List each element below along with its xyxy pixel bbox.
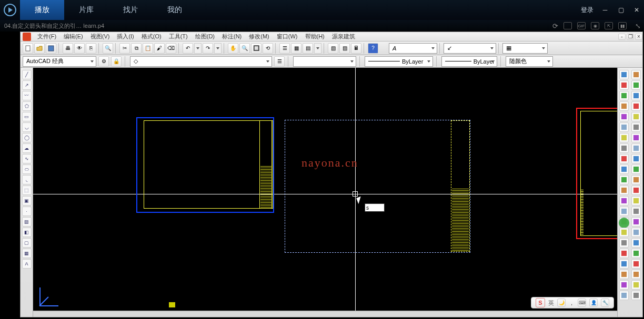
rtool-b6[interactable] (631, 122, 641, 132)
ime-lang-label[interactable]: 英 (548, 299, 554, 307)
ime-moon-icon[interactable]: 🌙 (557, 299, 566, 307)
layer-manager-button[interactable]: ☰ (274, 56, 285, 67)
print-button[interactable]: 🖶 (63, 43, 73, 54)
line-tool[interactable]: ╱ (22, 70, 32, 79)
insert-block-tool[interactable]: ⬚ (22, 186, 32, 195)
record-icon[interactable]: ◉ (591, 22, 599, 29)
tab-mine[interactable]: 我的 (153, 0, 197, 20)
open-button[interactable] (34, 43, 45, 54)
rtool-5[interactable] (619, 112, 629, 121)
menu-file[interactable]: 文件(F) (34, 33, 59, 40)
zoom-previous-button[interactable]: ⟲ (263, 43, 273, 54)
ime-logo-icon[interactable]: S (536, 298, 545, 307)
cut-button[interactable]: ✂ (119, 43, 130, 54)
textstyle-combo[interactable]: A (389, 43, 437, 54)
ime-settings-icon[interactable]: 🔧 (601, 299, 609, 307)
sheet-set-button[interactable]: ▧ (328, 43, 338, 54)
revcloud-tool[interactable]: ☁ (22, 143, 32, 153)
rtool-9[interactable] (619, 154, 629, 163)
rtool-b21[interactable] (631, 280, 641, 290)
menu-window[interactable]: 窗口(W) (274, 33, 301, 40)
collapse-icon[interactable]: ⤡ (635, 22, 641, 30)
rtool-b2[interactable] (631, 80, 641, 90)
spline-tool[interactable]: ∿ (22, 154, 32, 163)
print-preview-button[interactable]: 👁 (74, 43, 85, 54)
help-button[interactable]: ? (368, 43, 378, 54)
rtool-16[interactable] (619, 228, 629, 237)
undo-dropdown[interactable] (194, 43, 202, 54)
tablestyle-combo[interactable]: ▦ (502, 43, 548, 54)
palette-dropdown[interactable] (314, 43, 321, 54)
ellipse-tool[interactable]: ⬭ (22, 164, 32, 174)
rtool-b12[interactable] (631, 186, 641, 195)
rtool-b17[interactable] (631, 238, 641, 248)
calculator-button[interactable]: 🖩 (351, 43, 361, 54)
maximize-button[interactable]: ▢ (617, 6, 625, 14)
close-button[interactable]: ✕ (632, 6, 641, 14)
make-block-tool[interactable]: ▣ (22, 196, 32, 205)
rtool-20[interactable] (619, 270, 629, 279)
rtool-7[interactable] (619, 133, 629, 142)
rtool-3[interactable] (619, 91, 629, 100)
dimstyle-combo[interactable]: ↙ (444, 43, 496, 54)
layer-combo[interactable]: ◇ (130, 56, 272, 67)
rtool-b13[interactable] (631, 196, 641, 205)
polygon-tool[interactable]: ⬠ (22, 101, 32, 111)
zoom-realtime-button[interactable]: 🔍 (239, 43, 250, 54)
rectangle-tool[interactable]: ▭ (22, 112, 32, 121)
rtool-b15[interactable] (631, 217, 641, 227)
text-tool[interactable]: A (22, 259, 32, 269)
rtool-b14[interactable] (631, 207, 641, 216)
menu-format[interactable]: 格式(O) (138, 33, 165, 40)
circle-tool[interactable]: ◯ (22, 133, 32, 142)
rtool-b11[interactable] (631, 175, 641, 184)
rtool-10[interactable] (619, 164, 629, 174)
table-tool[interactable]: ▦ (22, 249, 32, 258)
rtool-14[interactable] (619, 207, 629, 216)
panel-icon[interactable]: ▮▮ (618, 22, 627, 29)
xline-tool[interactable]: ↗ (22, 80, 32, 90)
publish-button[interactable]: ⎘ (86, 43, 96, 54)
capture-icon[interactable] (564, 22, 572, 29)
ime-keyboard-icon[interactable]: ⌨ (578, 299, 586, 307)
rtool-b19[interactable] (631, 259, 641, 269)
region-tool[interactable]: ▢ (22, 238, 32, 248)
inner-restore-button[interactable]: ❐ (627, 34, 634, 40)
rtool-21[interactable] (619, 280, 629, 290)
rtool-8[interactable] (619, 143, 629, 153)
menu-modify[interactable]: 修改(M) (246, 33, 273, 40)
popout-icon[interactable]: ⇱ (605, 22, 613, 29)
rtool-13[interactable] (619, 196, 629, 205)
redo-button[interactable]: ↷ (203, 43, 213, 54)
model-tabs-strip[interactable] (33, 311, 617, 317)
rtool-b1[interactable] (631, 70, 641, 79)
tool-palette-button[interactable]: ▤ (303, 43, 313, 54)
markup-button[interactable]: ▨ (339, 43, 350, 54)
properties-button[interactable]: ☰ (279, 43, 290, 54)
rtool-18[interactable] (619, 249, 629, 258)
minimize-button[interactable]: ─ (601, 6, 609, 14)
gradient-tool[interactable]: ◧ (22, 228, 32, 237)
rtool-b8[interactable] (631, 143, 641, 153)
workspace-lock-button[interactable]: 🔒 (111, 56, 122, 67)
rtool-b22[interactable] (631, 291, 641, 300)
menu-tools[interactable]: 工具(T) (166, 33, 191, 40)
find-button[interactable]: 🔍 (103, 43, 113, 54)
point-tool[interactable]: · (22, 207, 32, 216)
login-link[interactable]: 登录 (581, 6, 593, 15)
plotstyle-combo[interactable]: 随颜色 (506, 56, 553, 67)
rtool-b20[interactable] (631, 270, 641, 279)
menu-view[interactable]: 视图(V) (87, 33, 113, 40)
workspace-settings-button[interactable]: ⚙ (98, 56, 109, 67)
paste-button[interactable]: 📋 (143, 43, 153, 54)
rtool-22[interactable] (619, 291, 629, 300)
ime-user-icon[interactable]: 👤 (589, 299, 598, 307)
ime-comma-icon[interactable]: ， (569, 299, 575, 307)
rtool-b5[interactable] (631, 112, 641, 121)
linetype-combo[interactable]: ByLayer (365, 56, 433, 67)
new-button[interactable] (23, 43, 33, 54)
hatch-tool[interactable]: ▨ (22, 217, 32, 227)
rtool-1[interactable] (619, 70, 629, 79)
rtool-b18[interactable] (631, 249, 641, 258)
menu-edit[interactable]: 编辑(E) (61, 33, 86, 40)
